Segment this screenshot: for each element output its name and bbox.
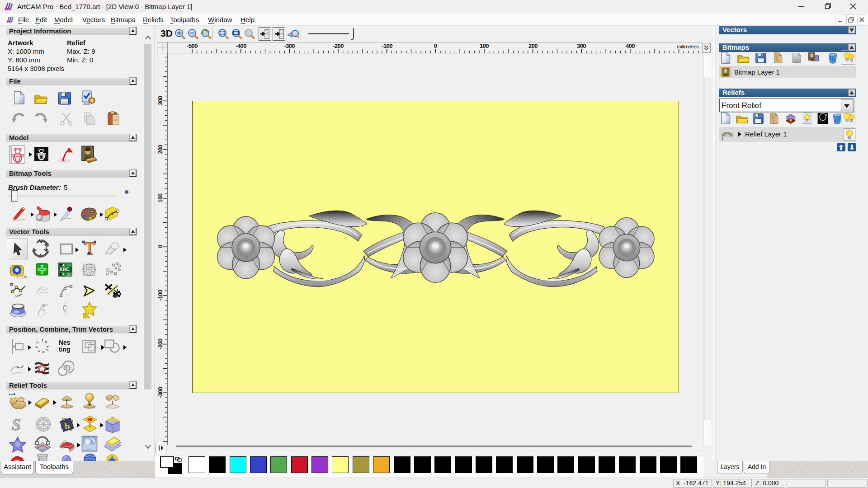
svg-text:ABC: ABC <box>59 267 70 272</box>
svg-text:BC: BC <box>67 272 72 277</box>
svg-text:t: t <box>45 348 49 352</box>
svg-text:t: t <box>42 338 43 343</box>
svg-text:Nes: Nes <box>59 339 71 346</box>
svg-text:ting: ting <box>59 346 70 353</box>
svg-text:x: x <box>46 345 51 348</box>
svg-text:o: o <box>42 350 45 355</box>
svg-text:e: e <box>44 339 48 344</box>
svg-text:+: + <box>721 135 724 141</box>
svg-text:T: T <box>826 113 828 117</box>
svg-text:a: a <box>34 345 38 349</box>
svg-text:c: c <box>35 340 40 344</box>
svg-text:n: n <box>37 349 41 354</box>
svg-text:S: S <box>12 416 21 434</box>
